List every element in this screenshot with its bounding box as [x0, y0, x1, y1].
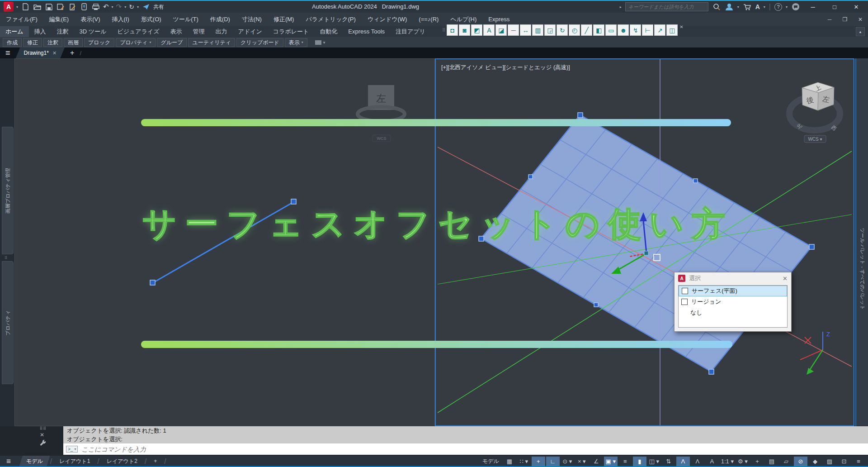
object-snap-tracking-toggle[interactable]: ∠ — [590, 457, 603, 466]
fullscreen-button[interactable]: ⊡ — [837, 457, 851, 466]
panel-view[interactable]: 表示▾ — [285, 38, 307, 47]
doc-minimize-button[interactable]: ─ — [822, 13, 837, 26]
command-close-icon[interactable]: ✕ — [40, 432, 63, 438]
ribbon-tab-collaborate[interactable]: コラボレート — [268, 26, 315, 37]
ribbon-toolbar-icon[interactable]: ☻ — [618, 24, 629, 36]
doc-close-button[interactable]: ✕ — [853, 13, 868, 26]
autodesk-account-icon[interactable]: A — [755, 3, 760, 10]
palette-grip-icon[interactable]: ⠿ — [5, 256, 8, 260]
save-icon[interactable] — [44, 2, 53, 11]
menu-window[interactable]: ウィンドウ(W) — [362, 13, 413, 26]
search-icon[interactable] — [712, 2, 721, 11]
ribbon-toolbar-icon[interactable]: ⊢ — [642, 24, 653, 36]
ribbon-toolbar-icon[interactable]: ◲ — [544, 24, 556, 36]
panel-block[interactable]: ブロック — [84, 38, 114, 47]
ribbon-toolbar-icon[interactable]: ↗ — [654, 24, 665, 36]
command-prompt-icon[interactable]: >_▾ — [66, 446, 78, 453]
model-tab[interactable]: モデル — [19, 456, 50, 467]
ribbon-toolbar-icon[interactable]: ↯ — [630, 24, 641, 36]
menu-parametric[interactable]: パラメトリック(P) — [300, 13, 361, 26]
clean-screen-image-button[interactable]: ▨ — [823, 457, 836, 466]
new-layout-button[interactable]: + — [146, 456, 164, 467]
viewport-controls-label[interactable]: [+][北西アイソメ ビュー][シェードとエッジ (高速)] — [441, 64, 570, 71]
layout1-tab[interactable]: レイアウト1 — [52, 456, 97, 467]
selection-option-surface[interactable]: サーフェス(平面) — [679, 286, 787, 296]
selection-option-none[interactable]: なし — [679, 307, 787, 318]
user-caret-icon[interactable]: ▾ — [737, 5, 739, 9]
checkbox-icon[interactable] — [681, 299, 688, 305]
transparency-toggle[interactable]: ▮ — [633, 457, 646, 466]
ribbon-tab-express[interactable]: Express Tools — [343, 26, 390, 37]
panel-layers[interactable]: 画層 — [64, 38, 83, 47]
statusbar-menu-icon[interactable]: ≡ — [0, 457, 19, 466]
selection-dialog-titlebar[interactable]: A 選択 ✕ — [675, 272, 791, 284]
minimize-button[interactable]: ─ — [804, 1, 822, 13]
annotation-visibility-toggle[interactable]: Λ — [676, 457, 690, 466]
ribbon-minimize-button[interactable]: ▾ — [315, 40, 326, 45]
file-tabs-menu-icon[interactable]: ≡ — [0, 48, 16, 58]
panel-draw[interactable]: 作成 — [3, 38, 22, 47]
close-button[interactable]: ✕ — [847, 1, 865, 13]
redo-icon[interactable]: ↷ — [116, 3, 122, 11]
command-settings-wrench-icon[interactable] — [40, 440, 63, 448]
doc-restore-button[interactable]: ❐ — [837, 13, 853, 26]
wcs-dropdown[interactable]: WCS ▾ — [804, 135, 826, 143]
feedback-icon[interactable] — [791, 2, 800, 11]
new-drawing-tab-button[interactable]: + — [65, 49, 80, 57]
ribbon-toolbar-icon[interactable]: ▭ — [605, 24, 617, 36]
command-history[interactable]: オブジェクトを選択: 認識された数: 1 オブジェクトを選択: — [63, 426, 868, 443]
ribbon-toolbar-icon[interactable]: ╱ — [581, 24, 592, 36]
ribbon-tab-visualize[interactable]: ビジュアライズ — [112, 26, 165, 37]
toolbar-close-icon[interactable]: ✕ — [679, 24, 683, 29]
3d-object-snap-toggle[interactable]: ⇅ — [662, 457, 675, 466]
file-tab-drawing1[interactable]: Drawing1* ✕ — [16, 48, 65, 58]
layout2-tab[interactable]: レイアウト2 — [99, 456, 145, 467]
ribbon-collapse-button[interactable]: ▴ — [856, 27, 865, 36]
open-file-icon[interactable] — [33, 2, 42, 11]
menu-custom[interactable]: (==♪(R) — [413, 13, 444, 26]
menu-dimension[interactable]: 寸法(N) — [236, 13, 268, 26]
plot-batch-icon[interactable] — [68, 2, 77, 11]
selection-dialog-close-icon[interactable]: ✕ — [783, 275, 788, 282]
layer-properties-palette-tab[interactable]: 画層プロパティ管理 — [2, 127, 14, 254]
drawing-history-icon[interactable]: ↻ — [129, 3, 134, 10]
file-tab-close-icon[interactable]: ✕ — [52, 50, 57, 56]
ribbon-tab-home[interactable]: ホーム — [0, 26, 29, 37]
ribbon-toolbar-icon[interactable]: ▥ — [532, 24, 543, 36]
annotation-scale-icon[interactable]: A — [705, 457, 719, 466]
add-status-item-button[interactable]: + — [750, 457, 764, 466]
lineweight-toggle[interactable]: ≡ — [618, 457, 632, 466]
account-caret-icon[interactable]: ▾ — [764, 5, 765, 9]
qat-dropdown-caret-icon[interactable]: ▾ — [137, 5, 139, 9]
undo-icon[interactable]: ↶ — [103, 3, 109, 11]
ribbon-toolbar-icon[interactable]: ◘ — [447, 24, 458, 36]
panel-clipboard[interactable]: クリップボード — [236, 38, 283, 47]
selection-option-region[interactable]: リージョン — [679, 296, 787, 307]
properties-palette-tab[interactable]: プロパティ — [2, 261, 14, 384]
model-space-label[interactable]: モデル — [482, 457, 499, 465]
command-grip-icon[interactable]: ⠿⠿ — [40, 426, 63, 431]
search-history-arrow-icon[interactable]: ▸ — [620, 5, 622, 9]
help-caret-icon[interactable]: ▾ — [786, 5, 788, 9]
ribbon-toolbar-icon[interactable]: ◫ — [666, 24, 678, 36]
annotation-scale-dropdown[interactable]: 1:1 ▾ — [720, 457, 735, 466]
menu-file[interactable]: ファイル(F) — [0, 13, 43, 26]
menu-view[interactable]: 表示(V) — [75, 13, 106, 26]
workspace-settings-gear[interactable]: ⚙ ▾ — [736, 457, 750, 466]
panel-modify[interactable]: 修正 — [23, 38, 42, 47]
viewcube[interactable]: 北 西 上 後 左 — [789, 82, 840, 132]
panel-utilities[interactable]: ユーティリティ — [188, 38, 235, 47]
autocad-logo-icon[interactable]: A — [4, 2, 14, 12]
dynamic-input-toggle[interactable]: + — [532, 457, 545, 466]
maximize-button[interactable]: □ — [826, 1, 844, 13]
statusbar-customization-menu[interactable]: ≡ — [852, 457, 865, 466]
ribbon-toolbar-icon[interactable]: ◴ — [569, 24, 580, 36]
panel-annotation[interactable]: 注釈 — [43, 38, 62, 47]
ribbon-toolbar-icon[interactable]: ↻ — [557, 24, 568, 36]
ribbon-tab-3dtools[interactable]: 3D ツール — [74, 26, 112, 37]
open-from-mobile-icon[interactable] — [80, 2, 89, 11]
tool-palettes-tab[interactable]: ツール パレット - すべてのパレット — [858, 194, 868, 343]
ribbon-tab-automate[interactable]: 自動化 — [314, 26, 343, 37]
menu-draw[interactable]: 作成(D) — [204, 13, 236, 26]
menu-tools[interactable]: ツール(T) — [167, 13, 204, 26]
